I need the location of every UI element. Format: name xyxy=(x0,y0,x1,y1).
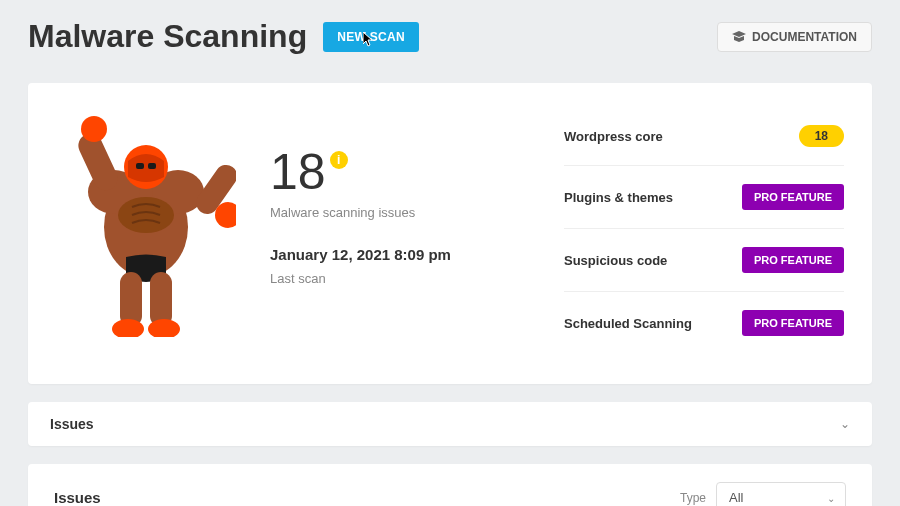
scheduled-scanning-label: Scheduled Scanning xyxy=(564,316,692,331)
scan-stats: 18 i Malware scanning issues January 12,… xyxy=(260,107,540,354)
graduation-cap-icon xyxy=(732,31,746,43)
svg-point-14 xyxy=(118,197,174,233)
svg-point-5 xyxy=(81,116,107,142)
svg-rect-13 xyxy=(148,163,156,169)
chevron-down-icon: ⌄ xyxy=(827,492,835,503)
suspicious-code-pro-button[interactable]: PRO FEATURE xyxy=(742,247,844,273)
issues-accordion[interactable]: Issues ⌄ xyxy=(28,402,872,446)
type-filter-label: Type xyxy=(680,491,706,505)
svg-rect-8 xyxy=(150,272,172,327)
issues-panel-title: Issues xyxy=(54,489,101,506)
scan-categories: Wordpress core 18 Plugins & themes PRO F… xyxy=(564,107,844,354)
row-wordpress-core: Wordpress core 18 xyxy=(564,107,844,166)
accordion-title: Issues xyxy=(50,416,94,432)
issues-panel: Issues Type All ⌄ xyxy=(28,464,872,506)
issue-count: 18 xyxy=(270,147,326,197)
svg-rect-7 xyxy=(120,272,142,327)
type-filter-value: All xyxy=(729,490,743,505)
mascot-image xyxy=(56,107,236,337)
chevron-down-icon: ⌄ xyxy=(840,417,850,431)
page-header: Malware Scanning NEW SCAN DOCUMENTATION xyxy=(28,18,872,55)
wordpress-core-label: Wordpress core xyxy=(564,129,663,144)
svg-rect-12 xyxy=(136,163,144,169)
row-suspicious-code: Suspicious code PRO FEATURE xyxy=(564,229,844,292)
warning-icon: i xyxy=(330,151,348,169)
summary-card: 18 i Malware scanning issues January 12,… xyxy=(28,83,872,384)
documentation-button[interactable]: DOCUMENTATION xyxy=(717,22,872,52)
last-scan-label: Last scan xyxy=(270,271,540,286)
scheduled-scanning-pro-button[interactable]: PRO FEATURE xyxy=(742,310,844,336)
row-plugins-themes: Plugins & themes PRO FEATURE xyxy=(564,166,844,229)
new-scan-label: NEW SCAN xyxy=(337,30,405,44)
type-filter-select[interactable]: All ⌄ xyxy=(716,482,846,506)
plugins-themes-pro-button[interactable]: PRO FEATURE xyxy=(742,184,844,210)
last-scan-date: January 12, 2021 8:09 pm xyxy=(270,246,540,263)
plugins-themes-label: Plugins & themes xyxy=(564,190,673,205)
wordpress-core-count-badge: 18 xyxy=(799,125,844,147)
documentation-label: DOCUMENTATION xyxy=(752,30,857,44)
suspicious-code-label: Suspicious code xyxy=(564,253,667,268)
new-scan-button[interactable]: NEW SCAN xyxy=(323,22,419,52)
issue-count-label: Malware scanning issues xyxy=(270,205,540,220)
page-title: Malware Scanning xyxy=(28,18,307,55)
row-scheduled-scanning: Scheduled Scanning PRO FEATURE xyxy=(564,292,844,354)
